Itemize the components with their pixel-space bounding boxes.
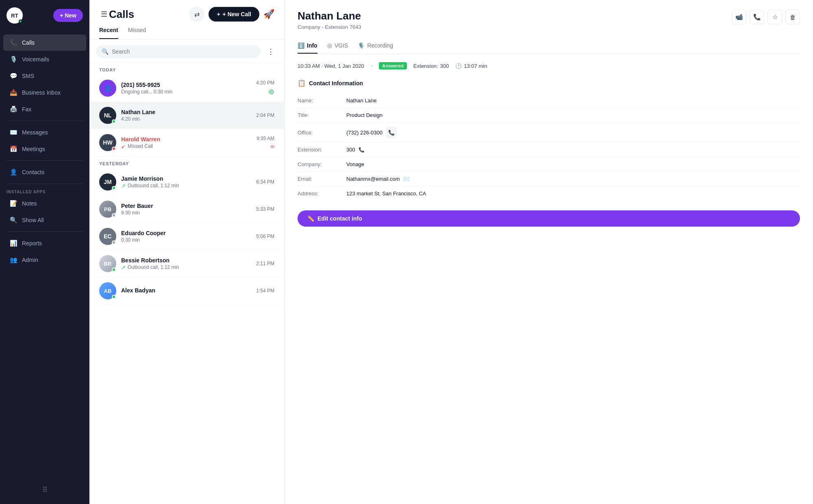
call-detail: 9:30 min — [121, 210, 251, 216]
video-call-button[interactable]: 📹 — [732, 10, 746, 24]
sidebar-item-sms[interactable]: 💬 SMS — [3, 68, 86, 84]
section-label-yesterday: YESTERDAY — [89, 156, 284, 169]
star-button[interactable]: ☆ — [767, 10, 782, 24]
extension-value: 300 — [440, 63, 449, 69]
search-icon: 🔍 — [102, 48, 109, 55]
fax-icon: 🖨️ — [10, 106, 17, 113]
answered-badge: Answered — [379, 62, 407, 69]
avatar-circle: JM — [99, 173, 116, 190]
call-name: Alex Badyan — [121, 287, 251, 294]
notes-icon: 📝 — [10, 200, 17, 207]
tab-recording[interactable]: 🎙️ Recording — [358, 38, 393, 54]
call-item[interactable]: PB Peter Bauer 9:30 min 5:33 PM — [89, 196, 284, 223]
sidebar-divider-1 — [7, 121, 83, 121]
sidebar-item-voicemails[interactable]: 🎙️ Voicemails — [3, 51, 86, 67]
sidebar-divider-3 — [7, 184, 83, 184]
call-item[interactable]: AB Alex Badyan 1:54 PM — [89, 277, 284, 305]
tab-info[interactable]: ℹ️ Info — [298, 38, 317, 54]
call-name-missed: Harold Warren — [121, 136, 252, 143]
sidebar-item-notes[interactable]: 📝 Notes — [3, 195, 86, 212]
field-value: Product Design — [346, 112, 383, 118]
tab-vgis[interactable]: ◎ VGIS — [327, 38, 348, 54]
call-name: Jamie Morrison — [121, 175, 251, 182]
sidebar-item-reports[interactable]: 📊 Reports — [3, 235, 86, 251]
call-detail-text: 0:30 min — [121, 237, 140, 243]
call-right: 6:34 PM — [256, 179, 274, 185]
extension-field-value: 300 — [346, 147, 355, 153]
admin-icon: 👥 — [10, 256, 17, 264]
call-detail-text: Outbound call, 1:12 min — [128, 264, 179, 270]
call-button[interactable]: 📞 — [750, 10, 764, 24]
show-all-icon: 🔍 — [10, 216, 17, 224]
field-label: Company: — [298, 161, 346, 167]
tab-missed[interactable]: Missed — [128, 22, 146, 39]
call-info: Nathan Lane 4:20 min — [121, 109, 251, 122]
duration-value: 13:07 min — [464, 63, 487, 69]
call-detail: 0:30 min — [121, 237, 251, 243]
call-meta: 10:33 AM · Wed, 1 Jan 2020 · Answered Ex… — [298, 62, 800, 69]
sidebar-item-fax[interactable]: 🖨️ Fax — [3, 101, 86, 117]
star-icon: ☆ — [772, 13, 778, 21]
avatar-circle: 👤 — [99, 80, 116, 97]
sidebar-item-label: Business Inbox — [22, 89, 61, 96]
contact-field-title: Title: Product Design — [298, 108, 800, 123]
field-label: Address: — [298, 190, 346, 197]
search-input[interactable] — [112, 48, 255, 55]
call-detail: 4:20 min — [121, 116, 251, 122]
contact-subtitle: Company - Extension 7643 — [298, 24, 361, 30]
contact-field-extension: Extension: 300 📞 — [298, 143, 800, 157]
avatar-photo-wrapper: PB — [99, 201, 116, 218]
call-item[interactable]: NL Nathan Lane 4:20 min 2:04 PM — [89, 102, 284, 129]
call-info: Peter Bauer 9:30 min — [121, 203, 251, 216]
sidebar-item-business-inbox[interactable]: 📥 Business Inbox — [3, 84, 86, 101]
voicemails-icon: 🎙️ — [10, 56, 17, 63]
sidebar-item-messages[interactable]: ✉️ Messages — [3, 124, 86, 141]
contact-field-office: Office: (732) 226-0300 📞 — [298, 123, 800, 143]
avatar-initials: HW — [103, 139, 112, 146]
hamburger-button[interactable]: ☰ — [99, 8, 109, 20]
call-item[interactable]: HW Harold Warren ↙ Missed Call 9:35 AM ∞ — [89, 129, 284, 156]
contact-field-name: Name: Nathan Lane — [298, 93, 800, 108]
sidebar-item-contacts[interactable]: 👤 Contacts — [3, 164, 86, 180]
tab-recent[interactable]: Recent — [99, 22, 118, 39]
status-dot-green — [112, 119, 116, 123]
sidebar-item-admin[interactable]: 👥 Admin — [3, 252, 86, 268]
phone-icon: 📞 — [753, 13, 761, 21]
detail-header: Nathan Lane Company - Extension 7643 📹 📞… — [298, 10, 800, 30]
email-value: Nathanmx@email.com — [346, 176, 400, 182]
call-item[interactable]: JM Jamie Morrison ↗ Outbound call, 1:12 … — [89, 169, 284, 196]
transfer-icon-button[interactable]: ⇄ — [189, 6, 204, 22]
grid-icon[interactable]: ⠿ — [0, 482, 89, 498]
field-value: Nathanmx@email.com ✉️ — [346, 176, 410, 182]
sidebar-item-label: Calls — [22, 39, 35, 46]
rocket-button[interactable]: 🚀 — [263, 9, 274, 19]
recording-icon: 🎙️ — [358, 42, 365, 49]
edit-contact-button[interactable]: ✏️ Edit contact info — [298, 210, 800, 227]
call-item[interactable]: 👤 (201) 555-9925 Ongoing call... 0:30 mi… — [89, 75, 284, 102]
calls-icon: 📞 — [10, 39, 17, 46]
call-item[interactable]: EC Eduardo Cooper 0:30 min 5:06 PM — [89, 223, 284, 250]
rocket-icon: 🚀 — [263, 9, 274, 19]
new-button[interactable]: + New — [53, 9, 83, 22]
sidebar: RT + New 📞 Calls 🎙️ Voicemails 💬 SMS 📥 B… — [0, 0, 89, 504]
contact-field-email: Email: Nathanmx@email.com ✉️ — [298, 172, 800, 186]
delete-button[interactable]: 🗑 — [785, 10, 800, 24]
call-item[interactable]: BR Bessie Robertson ↗ Outbound call, 1:1… — [89, 250, 284, 277]
sidebar-item-calls[interactable]: 📞 Calls — [3, 35, 86, 51]
calls-panel: ☰ Calls ⇄ + + New Call 🚀 Recent Missed — [89, 0, 285, 504]
avatar[interactable]: RT — [7, 7, 23, 24]
call-office-button[interactable]: 📞 — [386, 127, 397, 138]
call-duration: 🕐 13:07 min — [455, 63, 487, 69]
call-detail: Ongoing call... 0:30 min — [121, 89, 251, 95]
sidebar-nav: 📞 Calls 🎙️ Voicemails 💬 SMS 📥 Business I… — [0, 31, 89, 477]
new-call-button[interactable]: + + New Call — [209, 7, 259, 22]
field-label: Name: — [298, 97, 346, 104]
sidebar-item-meetings[interactable]: 📅 Meetings — [3, 141, 86, 157]
avatar-icon: 👤 — [104, 85, 111, 91]
more-options-button[interactable]: ⋮ — [264, 45, 278, 58]
sidebar-item-show-all[interactable]: 🔍 Show All — [3, 212, 86, 228]
avatar-photo-wrapper: AB — [99, 282, 116, 299]
contact-card-icon: 📋 — [298, 79, 306, 87]
field-value: 300 📞 — [346, 147, 365, 153]
field-value: 123 market St, San Francisco, CA — [346, 190, 426, 197]
